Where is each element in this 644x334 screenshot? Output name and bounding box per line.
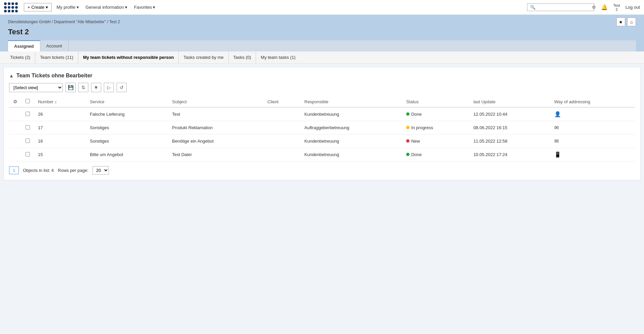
- main-tabs: Assigned Account: [8, 40, 636, 51]
- favorites-nav[interactable]: Favorites ▾: [132, 0, 157, 15]
- app-logo: [4, 2, 18, 12]
- col-last-update: last Update: [469, 96, 550, 107]
- row-responsible: Kundenbetreuung: [300, 148, 402, 161]
- row-gear: [9, 121, 22, 135]
- logout-button[interactable]: Log out: [626, 5, 640, 10]
- create-label: + Create: [28, 5, 44, 10]
- row-subject: Benötige ein Angebot: [168, 135, 263, 148]
- user-sub: 2: [615, 7, 617, 11]
- status-dot: [406, 112, 410, 116]
- row-status: In progress: [402, 121, 469, 135]
- general-info-label: General information: [86, 5, 124, 10]
- col-number[interactable]: Number ↕: [34, 96, 86, 107]
- row-checkbox-cell: [22, 121, 34, 135]
- row-client: [263, 121, 300, 135]
- row-status: New: [402, 135, 469, 148]
- save-view-button[interactable]: 💾: [66, 83, 76, 92]
- email-icon: ✉: [554, 138, 559, 144]
- select-all-header: [22, 96, 34, 107]
- row-number: 15: [34, 148, 86, 161]
- sub-tab-tasks-created-by-me[interactable]: Tasks created by me: [179, 51, 228, 63]
- sub-tab-tasks[interactable]: Tasks (0): [229, 51, 256, 63]
- breadcrumb-actions: ★ ⌂: [616, 17, 636, 26]
- row-way: ✉: [550, 135, 635, 148]
- sub-tab-my-team-tickets-no-responsible[interactable]: My team tickets without responsible pers…: [78, 51, 179, 63]
- table-row: 16SonstigesBenötige ein AngebotKundenbet…: [9, 135, 635, 148]
- tab-account[interactable]: Account: [40, 40, 69, 51]
- refresh-button[interactable]: ↺: [117, 83, 127, 92]
- row-service: Falsche Lieferung: [86, 107, 168, 121]
- sort-button[interactable]: ⇅: [78, 83, 88, 92]
- sub-tab-my-team-tasks[interactable]: My team tasks (1): [256, 51, 300, 63]
- row-way: 👤: [550, 107, 635, 121]
- search-box: 🔍 ⚙: [527, 3, 594, 11]
- row-last-update: 10.05.2022 17:24: [469, 148, 550, 161]
- row-checkbox[interactable]: [26, 125, 30, 129]
- pagination-bar: 1 Objects in list: 4 Rows per page: 20: [9, 166, 635, 175]
- row-checkbox[interactable]: [26, 152, 30, 156]
- row-status: Done: [402, 148, 469, 161]
- rows-per-page-select[interactable]: 20: [92, 166, 109, 175]
- row-gear: [9, 135, 22, 148]
- create-chevron-icon: ▾: [46, 5, 48, 10]
- tab-assigned[interactable]: Assigned: [8, 40, 40, 51]
- row-responsible: Kundenbetreuung: [300, 107, 402, 121]
- table-row: 26Falsche LieferungTestKundenbetreuungDo…: [9, 107, 635, 121]
- col-service: Service: [86, 96, 168, 107]
- bell-icon[interactable]: 🔔: [601, 4, 608, 10]
- search-input[interactable]: [537, 5, 591, 10]
- row-checkbox[interactable]: [26, 112, 30, 116]
- section-title: Team Tickets ohne Bearbeiter: [16, 73, 92, 79]
- data-table: ⚙ Number ↕ Service Subject Client Respon…: [9, 96, 635, 161]
- favorite-star-button[interactable]: ★: [616, 17, 625, 26]
- my-profile-nav[interactable]: My profile ▾: [54, 0, 81, 15]
- page-title: Test 2: [8, 28, 636, 40]
- table-row: 15Bitte um AngebotTest DateiKundenbetreu…: [9, 148, 635, 161]
- row-number: 17: [34, 121, 86, 135]
- toolbar: [Select view] 💾 ⇅ ▼ ▷ ↺: [9, 83, 635, 92]
- filter-icon[interactable]: ⚙: [592, 5, 596, 10]
- col-client: Client: [263, 96, 300, 107]
- collapse-icon[interactable]: ▲: [9, 73, 14, 78]
- row-last-update: 11.05.2022 12:58: [469, 135, 550, 148]
- user-info: Test 2: [613, 3, 620, 11]
- page-header: Dienstleistungen GmbH / Department "Alle…: [0, 15, 644, 51]
- phone-icon: 📱: [554, 152, 561, 157]
- row-responsible: Kundenbetreuung: [300, 135, 402, 148]
- filter-button[interactable]: ▼: [91, 83, 101, 92]
- navbar: + Create ▾ My profile ▾ General informat…: [0, 0, 644, 15]
- home-button[interactable]: ⌂: [627, 17, 636, 26]
- general-info-nav[interactable]: General information ▾: [84, 0, 129, 15]
- row-number: 16: [34, 135, 86, 148]
- row-checkbox-cell: [22, 135, 34, 148]
- row-service: Sonstiges: [86, 135, 168, 148]
- col-way: Way of addressing: [550, 96, 635, 107]
- col-status: Status: [402, 96, 469, 107]
- col-subject: Subject: [168, 96, 263, 107]
- select-view-dropdown[interactable]: [Select view]: [9, 83, 63, 92]
- row-checkbox-cell: [22, 148, 34, 161]
- row-last-update: 12.05.2022 10:44: [469, 107, 550, 121]
- col-responsible: Responsible: [300, 96, 402, 107]
- favorites-chevron-icon: ▾: [153, 5, 155, 10]
- row-checkbox[interactable]: [26, 139, 30, 143]
- email-icon: ✉: [554, 125, 559, 131]
- row-service: Sonstiges: [86, 121, 168, 135]
- row-subject: Test: [168, 107, 263, 121]
- section-header: ▲ Team Tickets ohne Bearbeiter: [9, 73, 635, 79]
- user-name: Test: [613, 3, 620, 7]
- table-row: 17SonstigesProdukt ReklamationAuftraggeb…: [9, 121, 635, 135]
- sub-tabs: Tickets (2) Team tickets (11) My team ti…: [0, 51, 644, 64]
- row-subject: Produkt Reklamation: [168, 121, 263, 135]
- row-last-update: 08.06.2022 16:15: [469, 121, 550, 135]
- content-area: ▲ Team Tickets ohne Bearbeiter [Select v…: [3, 67, 641, 180]
- sub-tab-team-tickets[interactable]: Team tickets (11): [35, 51, 78, 63]
- export-button[interactable]: ▷: [104, 83, 114, 92]
- sub-tab-tickets[interactable]: Tickets (2): [5, 51, 35, 63]
- row-gear: [9, 148, 22, 161]
- create-button[interactable]: + Create ▾: [24, 3, 52, 11]
- row-gear: [9, 107, 22, 121]
- select-all-checkbox[interactable]: [26, 99, 30, 103]
- page-1-button[interactable]: 1: [9, 166, 19, 174]
- favorites-label: Favorites: [134, 5, 152, 10]
